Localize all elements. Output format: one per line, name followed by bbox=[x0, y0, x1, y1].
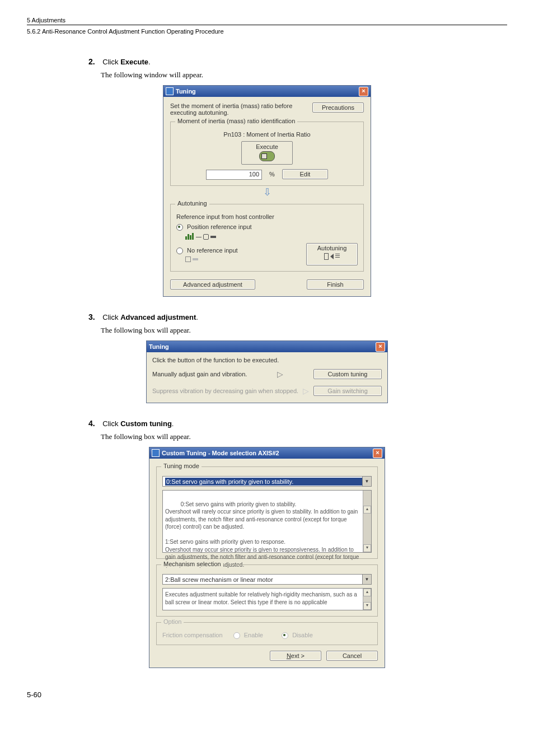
radio-no-ref-label: No reference input bbox=[187, 247, 238, 254]
step-3: 3. Click Advanced adjustment. bbox=[88, 312, 507, 321]
step-4-bold: Custom tuning bbox=[120, 419, 172, 428]
position-ref-icon bbox=[185, 233, 358, 240]
finish-button[interactable]: Finish bbox=[307, 279, 364, 290]
tuning-mode-value: 0:Set servo gains with priority given to… bbox=[165, 478, 362, 486]
execute-icon bbox=[242, 151, 292, 162]
step-2-bold: Execute bbox=[120, 58, 148, 66]
chevron-down-icon[interactable]: ▼ bbox=[362, 477, 371, 486]
chevron-down-icon-2[interactable]: ▼ bbox=[362, 575, 371, 584]
scroll-up-icon[interactable]: ▴ bbox=[363, 506, 371, 514]
arrow-right-icon: ▷ bbox=[277, 370, 283, 379]
app-icon-c bbox=[152, 449, 160, 457]
arrow-right-icon-2: ▷ bbox=[303, 386, 309, 395]
step-2-text: Click Execute. bbox=[102, 58, 150, 66]
header-rule bbox=[27, 25, 507, 26]
step-2-post: . bbox=[148, 58, 151, 66]
mechanism-description: Executes adjustment suitable for relativ… bbox=[162, 588, 372, 610]
autotuning-group-title: Autotuning bbox=[175, 200, 209, 207]
dialog-b-title: Tuning bbox=[149, 341, 169, 352]
step-4: 4. Click Custom tuning. bbox=[88, 419, 507, 428]
radio-enable-label: Enable bbox=[244, 632, 263, 638]
close-icon[interactable]: × bbox=[359, 87, 368, 96]
moment-group-title: Moment of inertia (mass) ratio identific… bbox=[175, 118, 297, 124]
titlebar-b: Tuning × bbox=[147, 341, 387, 352]
scroll-up-icon-2[interactable]: ▴ bbox=[363, 589, 371, 596]
step-3-num: 3. bbox=[88, 312, 101, 321]
close-icon-c[interactable]: × bbox=[373, 449, 382, 458]
next-button[interactable]: NNext >ext > bbox=[270, 651, 321, 661]
option-title: Option bbox=[161, 618, 184, 625]
suppress-vibration-label: Suppress vibration by decreasing gain wh… bbox=[152, 388, 298, 394]
execute-button[interactable]: Execute bbox=[242, 143, 292, 150]
mechanism-value: 2:Ball screw mechanism or linear motor bbox=[165, 576, 362, 583]
radio-disable-label: Disable bbox=[292, 632, 313, 638]
radio-position-ref[interactable] bbox=[176, 224, 183, 231]
moment-group: Moment of inertia (mass) ratio identific… bbox=[170, 122, 364, 186]
step-3-sub: The following box will appear. bbox=[101, 326, 507, 335]
tuning-mode-title: Tuning mode bbox=[161, 463, 202, 469]
mechanism-group: Mechanism selection 2:Ball screw mechani… bbox=[156, 564, 378, 617]
tuning-subdialog: Tuning × Click the button of the functio… bbox=[146, 340, 388, 403]
tuning-mode-description-text: 0:Set servo gains with priority given to… bbox=[165, 501, 360, 568]
autotuning-group: Autotuning Reference input from host con… bbox=[170, 204, 364, 272]
precautions-button[interactable]: Precautions bbox=[312, 102, 364, 113]
edit-button[interactable]: Edit bbox=[282, 169, 328, 179]
intro-text: Set the moment of inertia (mass) ratio b… bbox=[170, 102, 299, 116]
step-4-num: 4. bbox=[88, 419, 101, 428]
tuning-mode-group: Tuning mode 0:Set servo gains with prior… bbox=[156, 466, 378, 559]
step-4-pre: Click bbox=[102, 419, 120, 428]
scroll-down-icon[interactable]: ▾ bbox=[363, 544, 371, 552]
mechanism-title: Mechanism selection bbox=[161, 561, 223, 567]
scroll-down-icon-2[interactable]: ▾ bbox=[363, 602, 371, 610]
close-icon-b[interactable]: × bbox=[376, 342, 385, 352]
scrollbar-2[interactable]: ▴ ▾ bbox=[363, 589, 371, 610]
autotuning-button-label: Autotuning bbox=[312, 245, 352, 251]
advanced-adjustment-button[interactable]: Advanced adjustment bbox=[170, 279, 255, 290]
tuning-mode-description: 0:Set servo gains with priority given to… bbox=[162, 490, 372, 553]
step-2-num: 2. bbox=[88, 57, 101, 66]
radio-no-ref[interactable] bbox=[176, 248, 183, 254]
option-group: Option Friction compensation Enable Disa… bbox=[156, 622, 378, 645]
radio-position-ref-label: Position reference input bbox=[187, 223, 252, 230]
tuning-mode-dropdown[interactable]: 0:Set servo gains with priority given to… bbox=[162, 476, 372, 487]
pn103-label: Pn103 : Moment of Inertia Ratio bbox=[176, 131, 358, 138]
mechanism-description-text: Executes adjustment suitable for relativ… bbox=[165, 591, 357, 605]
dialog-c-title: Custom Tuning - Mode selection AXIS#2 bbox=[162, 447, 279, 459]
step-3-pre: Click bbox=[102, 313, 120, 321]
autotuning-button[interactable]: Autotuning bbox=[306, 243, 358, 265]
page-number: 5-60 bbox=[27, 690, 507, 699]
arrow-down-icon: ⇩ bbox=[170, 186, 364, 198]
step-2-sub: The following window will appear. bbox=[101, 71, 507, 80]
step-3-post: . bbox=[196, 313, 198, 321]
autotuning-icon bbox=[312, 253, 352, 260]
mechanism-dropdown[interactable]: 2:Ball screw mechanism or linear motor ▼ bbox=[162, 574, 372, 585]
step-4-post: . bbox=[172, 419, 174, 428]
radio-disable bbox=[282, 632, 288, 639]
step-4-text: Click Custom tuning. bbox=[102, 419, 174, 428]
dialog-b-instruction: Click the button of the function to be e… bbox=[152, 357, 382, 363]
no-ref-icon bbox=[185, 255, 306, 262]
titlebar: Tuning × bbox=[163, 86, 371, 97]
step-3-text: Click Advanced adjustment. bbox=[102, 313, 198, 321]
ratio-unit: % bbox=[269, 171, 275, 178]
step-2: 2. Click Execute. bbox=[88, 57, 507, 66]
dialog-title: Tuning bbox=[176, 86, 196, 97]
reference-label: Reference input from host controller bbox=[176, 213, 358, 220]
gain-switching-button: Gain switching bbox=[313, 386, 382, 396]
header-section: 5.6.2 Anti-Resonance Control Adjustment … bbox=[27, 28, 507, 35]
step-3-bold: Advanced adjustment bbox=[120, 313, 196, 321]
header-chapter: 5 Adjustments bbox=[27, 17, 507, 24]
custom-tuning-dialog: Custom Tuning - Mode selection AXIS#2 × … bbox=[149, 447, 385, 668]
app-icon bbox=[166, 87, 174, 95]
titlebar-c: Custom Tuning - Mode selection AXIS#2 × bbox=[149, 447, 385, 459]
step-2-pre: Click bbox=[102, 58, 120, 66]
tuning-dialog: Tuning × Set the moment of inertia (mass… bbox=[163, 85, 371, 297]
manual-adjust-label: Manually adjust gain and vibration. bbox=[152, 371, 247, 377]
scrollbar[interactable]: ▴ ▾ bbox=[363, 491, 371, 552]
friction-label: Friction compensation bbox=[162, 632, 223, 638]
cancel-button[interactable]: Cancel bbox=[326, 651, 378, 661]
radio-enable bbox=[233, 632, 240, 639]
custom-tuning-button[interactable]: Custom tuning bbox=[313, 369, 382, 379]
ratio-value-input[interactable]: 100 bbox=[206, 170, 262, 180]
step-4-sub: The following box will appear. bbox=[101, 432, 507, 441]
